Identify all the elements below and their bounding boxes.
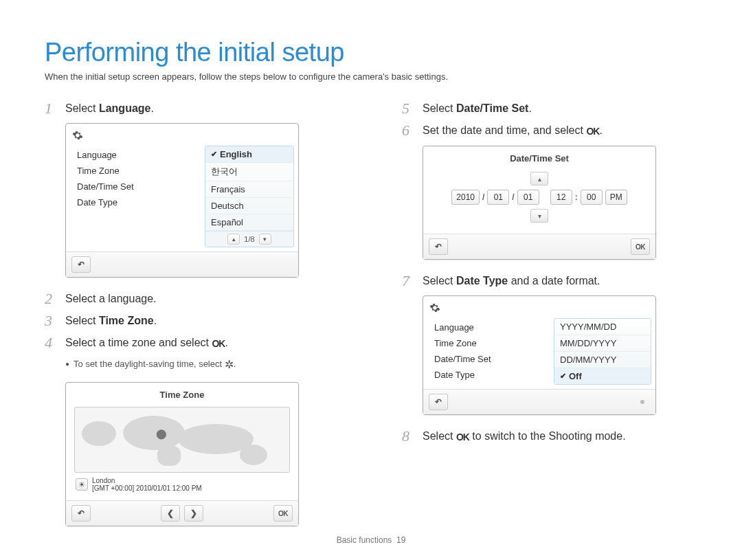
back-button[interactable]: ↶ bbox=[71, 256, 91, 273]
page-down-button[interactable]: ▾ bbox=[259, 234, 271, 245]
step-3-text: Select Time Zone. bbox=[65, 313, 340, 328]
step-8-text: Select OK to switch to the Shooting mode… bbox=[423, 429, 697, 445]
step-5-number: 5 bbox=[402, 101, 414, 116]
tz-detail: [GMT +00:00] 2010/01/01 12:00 PM bbox=[92, 484, 202, 492]
ok-icon: OK bbox=[212, 336, 225, 351]
menu-item-datetime[interactable]: Date/Time Set bbox=[73, 179, 202, 194]
step-5-text: Select Date/Time Set. bbox=[423, 101, 697, 116]
indicator-dot bbox=[640, 400, 644, 404]
ok-icon: OK bbox=[586, 124, 599, 139]
datetype-screen: Language Time Zone Date/Time Set Date Ty… bbox=[423, 295, 656, 415]
dst-toggle[interactable]: ☀ bbox=[76, 478, 88, 491]
menu-item-datetype[interactable]: Date Type bbox=[430, 367, 551, 383]
value-up-button[interactable]: ▴ bbox=[530, 172, 548, 186]
step-7-number: 7 bbox=[402, 273, 414, 289]
step-4-bullet: ● To set the daylight-saving time, selec… bbox=[65, 358, 340, 371]
step-4-text: Select a time zone and select OK. bbox=[65, 335, 340, 351]
hour-field[interactable]: 12 bbox=[550, 190, 572, 205]
back-button[interactable]: ↶ bbox=[429, 238, 448, 255]
dst-icon: ✲ bbox=[225, 358, 234, 371]
timezone-screen: Time Zone ⬤ ☀ London [GMT +00:00] 2010/0… bbox=[65, 382, 299, 526]
right-column: 5 Select Date/Time Set. 6 Set the date a… bbox=[402, 101, 697, 540]
step-6-text: Set the date and time, and select OK. bbox=[423, 123, 697, 139]
language-screen: Language Time Zone Date/Time Set Date Ty… bbox=[65, 123, 299, 278]
step-8-number: 8 bbox=[402, 429, 414, 445]
step-3-number: 3 bbox=[45, 313, 57, 328]
year-field[interactable]: 2010 bbox=[451, 190, 480, 205]
ok-icon: OK bbox=[456, 429, 469, 445]
step-1-number: 1 bbox=[45, 101, 57, 116]
step-4-number: 4 bbox=[45, 335, 57, 351]
datetime-screen: Date/Time Set ▴ 2010 / 01 / 01 12 : 00 P… bbox=[423, 146, 656, 260]
prev-button[interactable]: ❮ bbox=[161, 505, 180, 522]
world-map[interactable]: ⬤ bbox=[74, 407, 290, 473]
menu-item-language[interactable]: Language bbox=[430, 320, 551, 335]
month-field[interactable]: 01 bbox=[487, 190, 509, 205]
minute-field[interactable]: 00 bbox=[581, 190, 603, 205]
back-button[interactable]: ↶ bbox=[429, 394, 448, 410]
lang-option-korean[interactable]: 한국어 bbox=[205, 163, 293, 181]
next-button[interactable]: ❯ bbox=[184, 505, 203, 522]
left-column: 1 Select Language. Language Time Zone Da… bbox=[45, 101, 340, 540]
lang-option-espanol[interactable]: Español bbox=[205, 214, 293, 231]
type-option-dmy[interactable]: DD/MM/YYYY bbox=[554, 352, 651, 368]
menu-item-datetype[interactable]: Date Type bbox=[73, 194, 202, 210]
lang-option-english[interactable]: ✔English bbox=[205, 146, 293, 163]
type-option-off[interactable]: ✔Off bbox=[554, 368, 651, 384]
ok-button[interactable]: OK bbox=[631, 238, 650, 255]
gear-icon bbox=[427, 300, 442, 315]
page-title: Performing the initial setup bbox=[45, 38, 697, 67]
type-option-ymd[interactable]: YYYY/MM/DD bbox=[554, 319, 651, 335]
menu-item-timezone[interactable]: Time Zone bbox=[73, 163, 202, 179]
type-option-mdy[interactable]: MM/DD/YYYY bbox=[554, 335, 651, 352]
step-2-number: 2 bbox=[45, 291, 57, 306]
page-up-button[interactable]: ▴ bbox=[227, 234, 240, 245]
menu-item-datetime[interactable]: Date/Time Set bbox=[430, 351, 551, 367]
pager-text: 1/8 bbox=[244, 235, 254, 243]
step-1-text: Select Language. bbox=[65, 101, 340, 116]
step-6-number: 6 bbox=[402, 123, 414, 139]
datetime-title: Date/Time Set bbox=[427, 150, 651, 168]
page-footer: Basic functions 19 bbox=[0, 535, 742, 545]
value-down-button[interactable]: ▾ bbox=[530, 209, 548, 223]
step-2-text: Select a language. bbox=[65, 291, 340, 306]
step-7-text: Select Date Type and a date format. bbox=[423, 273, 697, 289]
back-button[interactable]: ↶ bbox=[71, 505, 91, 522]
ampm-field[interactable]: PM bbox=[605, 190, 627, 205]
page-intro: When the initial setup screen appears, f… bbox=[45, 71, 697, 82]
ok-button[interactable]: OK bbox=[273, 505, 293, 522]
menu-item-timezone[interactable]: Time Zone bbox=[430, 335, 551, 351]
gear-icon bbox=[70, 128, 85, 143]
day-field[interactable]: 01 bbox=[517, 190, 539, 205]
menu-item-language[interactable]: Language bbox=[73, 147, 202, 163]
timezone-title: Time Zone bbox=[70, 387, 294, 404]
lang-option-deutsch[interactable]: Deutsch bbox=[205, 198, 293, 214]
lang-option-francais[interactable]: Français bbox=[205, 181, 293, 198]
tz-city: London bbox=[92, 477, 202, 484]
